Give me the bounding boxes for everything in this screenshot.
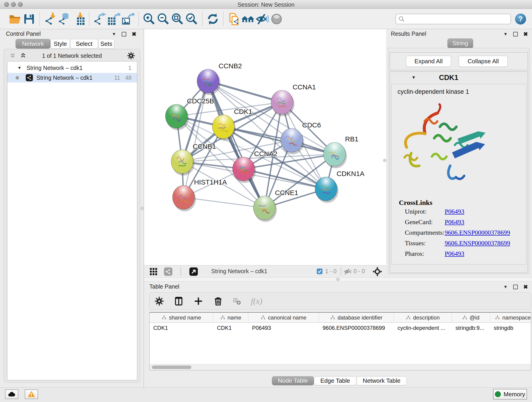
- crosslink-row: Uniprot: P06493: [392, 208, 526, 218]
- zoom-out-icon: [157, 13, 170, 26]
- crosslink-link[interactable]: P06493: [445, 218, 464, 226]
- results-panel-close-icon[interactable]: ✖: [523, 31, 528, 37]
- crosslink-link[interactable]: P06493: [445, 250, 464, 257]
- table-hscroll-thumb[interactable]: [152, 366, 191, 369]
- gene-section-header[interactable]: ▼ CDK1: [390, 72, 528, 84]
- left-splitter-handle-icon[interactable]: [141, 207, 144, 210]
- network-canvas[interactable]: CCNB2 CCNA1 CDC25B CDK1 CDC6 RB1 CCNB1 C…: [144, 29, 386, 265]
- network-edge[interactable]: [208, 81, 264, 208]
- tab-network[interactable]: Network: [16, 39, 51, 49]
- collapse-all-button[interactable]: Collapse All: [459, 56, 508, 67]
- table-settings-gear-icon[interactable]: [155, 297, 164, 306]
- right-splitter-handle-icon[interactable]: [383, 159, 386, 162]
- birds-eye-view-icon[interactable]: [149, 267, 158, 276]
- network-node-CDC25B[interactable]: CDC25B: [165, 97, 214, 130]
- network-row-selected[interactable]: String Network – cdk1 11 48: [7, 73, 137, 83]
- column-header-description[interactable]: description: [394, 313, 452, 322]
- column-header-shared-name[interactable]: shared name: [150, 313, 213, 322]
- table-row[interactable]: CDK1CDK1P064939606.ENSP00000378699cyclin…: [150, 323, 531, 333]
- column-header-namespace[interactable]: namespace: [490, 313, 531, 322]
- tab-string[interactable]: String: [447, 38, 473, 48]
- export-image-button[interactable]: [121, 11, 135, 27]
- crosslink-link[interactable]: P06493: [445, 208, 464, 215]
- network-node-HIST1H1A[interactable]: HIST1H1A: [172, 178, 227, 211]
- table-cell[interactable]: stringdb:9...: [452, 323, 490, 333]
- network-node-CCNE1[interactable]: CCNE1: [253, 189, 298, 222]
- network-node-RB1[interactable]: RB1: [323, 135, 358, 168]
- expand-all-button[interactable]: Expand All: [406, 56, 451, 67]
- help-button[interactable]: ?: [515, 13, 526, 25]
- table-cell[interactable]: stringdb: [490, 323, 531, 333]
- column-header-canonical-name[interactable]: canonical name: [248, 313, 319, 322]
- network-node-CDKN1A[interactable]: CDKN1A: [315, 170, 365, 203]
- add-column-icon[interactable]: [194, 296, 203, 306]
- string-badge-icon[interactable]: [164, 267, 173, 276]
- table-cell[interactable]: P06493: [248, 323, 319, 333]
- tab-edge-table[interactable]: Edge Table: [314, 376, 356, 385]
- results-panel-menu-icon[interactable]: ▼: [503, 32, 508, 37]
- show-columns-icon[interactable]: [174, 296, 184, 306]
- import-network-button[interactable]: [43, 11, 57, 27]
- zoom-out-button[interactable]: [156, 11, 171, 27]
- zoom-in-button[interactable]: [142, 11, 156, 27]
- network-node-CCNB2[interactable]: CCNB2: [197, 62, 242, 95]
- table-body: CDK1CDK1P064939606.ENSP00000378699cyclin…: [150, 323, 531, 333]
- table-cell[interactable]: CDK1: [213, 323, 248, 333]
- toolbar-separator: [89, 12, 89, 26]
- table-cell[interactable]: CDK1: [150, 323, 213, 333]
- navigate-crosshair-icon[interactable]: [372, 267, 382, 277]
- collection-expander-icon[interactable]: ▼: [17, 65, 22, 70]
- export-table-button[interactable]: [107, 11, 121, 27]
- control-panel-title: Control Panel: [6, 31, 41, 37]
- table-cell[interactable]: cyclin-dependent ...: [394, 323, 452, 333]
- warning-button[interactable]: [25, 389, 38, 399]
- apply-layout-button[interactable]: [206, 11, 220, 27]
- delete-column-icon[interactable]: [213, 296, 223, 306]
- search-input[interactable]: [405, 16, 508, 22]
- tab-style[interactable]: Style: [51, 39, 70, 49]
- search-box[interactable]: [395, 14, 511, 24]
- new-network-from-selection-button[interactable]: [227, 11, 241, 27]
- tab-sets[interactable]: Sets: [98, 39, 114, 49]
- open-in-view-icon[interactable]: [189, 267, 198, 276]
- zoom-selected-button[interactable]: [185, 11, 199, 27]
- network-node-CCNB1[interactable]: CCNB1: [171, 143, 216, 176]
- selected-checkbox-icon[interactable]: [316, 268, 323, 275]
- crosslink-link[interactable]: 9606.ENSP00000378699: [445, 229, 510, 236]
- table-panel-float-icon[interactable]: [513, 285, 518, 289]
- open-session-button[interactable]: [8, 11, 22, 27]
- control-panel-menu-icon[interactable]: ▼: [112, 32, 116, 37]
- tab-node-table[interactable]: Node Table: [272, 376, 314, 385]
- column-header-id[interactable]: @id: [452, 313, 490, 322]
- hierarchy-icon: [495, 315, 500, 320]
- column-header-name[interactable]: name: [213, 313, 248, 322]
- hidden-eye-icon[interactable]: [344, 268, 351, 275]
- export-network-button[interactable]: [93, 11, 107, 27]
- table-panel-menu-icon[interactable]: ▼: [503, 284, 508, 289]
- table-cell[interactable]: 9606.ENSP00000378699: [319, 323, 394, 333]
- network-collection-row[interactable]: ▼ String Network – cdk1 1: [7, 63, 137, 73]
- crosslink-link[interactable]: 9606.ENSP00000378699: [445, 240, 510, 247]
- hide-selected-button[interactable]: [255, 11, 269, 27]
- memory-button[interactable]: Memory: [493, 389, 527, 400]
- control-panel-close-icon[interactable]: ✖: [132, 31, 136, 37]
- save-session-button[interactable]: [22, 11, 36, 27]
- table-hscrollbar[interactable]: [150, 364, 531, 370]
- gene-section: ▼ CDK1 cyclin-dependent kinase 1 CrossLi…: [390, 71, 528, 273]
- tab-select[interactable]: Select: [70, 39, 98, 49]
- column-header-database-identifier[interactable]: database identifier: [319, 313, 394, 322]
- import-database-button[interactable]: [57, 11, 71, 27]
- show-all-button[interactable]: [269, 11, 284, 27]
- network-node-CCNA1[interactable]: CCNA1: [271, 83, 316, 116]
- table-panel-close-icon[interactable]: ✖: [523, 284, 528, 290]
- tab-network-table[interactable]: Network Table: [356, 376, 407, 385]
- results-panel-float-icon[interactable]: [513, 32, 518, 36]
- horizontal-splitter[interactable]: [144, 277, 532, 281]
- cloud-button[interactable]: [5, 389, 18, 399]
- splitter-handle-icon[interactable]: [336, 278, 340, 281]
- import-table-button[interactable]: [71, 11, 86, 27]
- control-panel-float-icon[interactable]: [122, 32, 126, 36]
- gene-expander-icon[interactable]: ▼: [412, 75, 416, 80]
- zoom-fit-button[interactable]: [171, 11, 185, 27]
- first-neighbors-button[interactable]: [241, 11, 255, 27]
